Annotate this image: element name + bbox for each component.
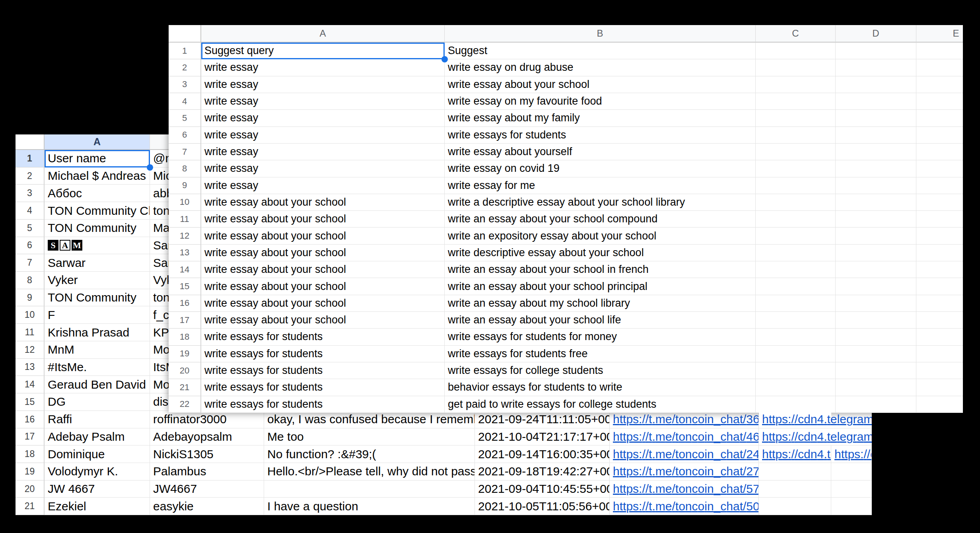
cell[interactable]: write essay	[201, 160, 445, 177]
cell[interactable]: SAM	[45, 237, 150, 255]
cell[interactable]: write essays for students	[201, 346, 445, 362]
cell[interactable]	[756, 93, 836, 110]
row-header[interactable]: 5	[16, 220, 45, 237]
cell[interactable]: write essay about your school	[201, 312, 445, 329]
row-header[interactable]: 13	[16, 359, 45, 376]
cell[interactable]	[836, 59, 916, 76]
cell[interactable]: write essay about your school	[201, 194, 445, 211]
cell[interactable]	[916, 295, 963, 312]
link-cell[interactable]: https://cdn4.telegram-	[759, 411, 831, 428]
cell[interactable]	[836, 43, 916, 59]
cell[interactable]: write essay on drug abuse	[445, 59, 756, 76]
cell[interactable]: write descriptive essay about your schoo…	[445, 245, 756, 261]
cell[interactable]	[836, 396, 916, 413]
cell[interactable]	[836, 278, 916, 295]
link-cell[interactable]: https://t.me/toncoin_chat/244	[610, 445, 759, 463]
cell[interactable]	[756, 194, 836, 211]
row-header[interactable]: 11	[169, 211, 201, 228]
cell[interactable]: Аббос	[45, 185, 150, 202]
cell[interactable]	[756, 59, 836, 76]
row-header[interactable]: 20	[16, 480, 45, 498]
cell[interactable]	[916, 396, 963, 413]
cell[interactable]: DG	[45, 393, 150, 411]
cell[interactable]	[916, 194, 963, 211]
column-header-2[interactable]: B	[445, 25, 756, 43]
cell[interactable]: 2021-10-05T11:05:56+00:00	[475, 498, 610, 515]
cell[interactable]	[836, 295, 916, 312]
cell[interactable]: TON Community	[45, 289, 150, 307]
row-header[interactable]: 21	[169, 379, 201, 396]
row-header[interactable]: 21	[16, 498, 45, 515]
cell[interactable]: write essay	[201, 110, 445, 126]
cell[interactable]	[916, 261, 963, 278]
link-cell[interactable]: https://cdn4.telegram-	[759, 428, 831, 446]
cell[interactable]: Adebay Psalm	[45, 428, 150, 446]
cell[interactable]: write an essay about your school compoun…	[445, 211, 756, 228]
cell[interactable]	[756, 295, 836, 312]
row-header[interactable]: 7	[16, 254, 45, 272]
cell[interactable]: write essay	[201, 93, 445, 110]
cell[interactable]	[836, 127, 916, 144]
cell[interactable]: write essay about your school	[201, 261, 445, 278]
cell[interactable]: 2021-09-14T16:00:35+00:00	[475, 445, 610, 463]
link-cell[interactable]	[759, 498, 831, 515]
cell[interactable]: Vyker	[45, 272, 150, 289]
row-header[interactable]: 4	[16, 202, 45, 220]
cell[interactable]: Raffi	[45, 411, 150, 428]
cell[interactable]	[836, 194, 916, 211]
cell[interactable]	[836, 245, 916, 261]
cell[interactable]: write essay about your school	[445, 76, 756, 93]
cell[interactable]	[916, 177, 963, 194]
cell[interactable]	[916, 278, 963, 295]
row-header[interactable]: 16	[169, 295, 201, 312]
cell[interactable]: write essay	[201, 127, 445, 144]
cell[interactable]: write an essay about your school life	[445, 312, 756, 329]
row-header[interactable]: 1	[16, 150, 45, 167]
cell[interactable]: 2021-09-04T10:45:55+00:00	[475, 480, 610, 498]
link-cell[interactable]: https://c	[831, 445, 872, 463]
cell[interactable]	[836, 228, 916, 244]
row-header[interactable]: 12	[16, 341, 45, 359]
cell[interactable]	[756, 211, 836, 228]
cell[interactable]	[756, 144, 836, 160]
cell[interactable]	[916, 144, 963, 160]
select-all-corner[interactable]	[16, 134, 45, 150]
cell[interactable]: Suggest	[445, 43, 756, 59]
row-header[interactable]: 2	[169, 59, 201, 76]
cell[interactable]: write essays for students	[201, 329, 445, 345]
cell[interactable]	[916, 379, 963, 396]
cell[interactable]	[836, 379, 916, 396]
row-header[interactable]: 16	[16, 411, 45, 428]
cell[interactable]	[836, 160, 916, 177]
link-cell[interactable]: https://t.me/toncoin_chat/506	[610, 498, 759, 515]
row-header[interactable]: 6	[169, 127, 201, 144]
cell[interactable]: write essay	[201, 59, 445, 76]
cell[interactable]	[916, 110, 963, 126]
link-cell[interactable]: https://t.me/toncoin_chat/361	[610, 411, 759, 428]
link-cell[interactable]	[759, 480, 831, 498]
row-header[interactable]: 3	[16, 185, 45, 202]
cell[interactable]: write essay on covid 19	[445, 160, 756, 177]
cell[interactable]: write essay about my family	[445, 110, 756, 126]
cell[interactable]	[756, 228, 836, 244]
row-header[interactable]: 20	[169, 362, 201, 379]
row-header[interactable]: 12	[169, 228, 201, 244]
row-header[interactable]: 17	[169, 312, 201, 329]
row-header[interactable]: 18	[169, 329, 201, 345]
row-header[interactable]: 18	[16, 445, 45, 463]
cell[interactable]	[916, 160, 963, 177]
cell[interactable]	[756, 177, 836, 194]
cell[interactable]: write essays for students free	[445, 346, 756, 362]
cell[interactable]: Ezekiel	[45, 498, 150, 515]
cell[interactable]	[836, 93, 916, 110]
link-cell[interactable]: https://cdn4.te	[759, 445, 831, 463]
row-header[interactable]: 1	[169, 43, 201, 59]
link-cell[interactable]	[831, 480, 872, 498]
row-header[interactable]: 4	[169, 93, 201, 110]
cell[interactable]: write essays for students	[201, 379, 445, 396]
cell[interactable]: Michael $ Andreas	[45, 167, 150, 185]
cell[interactable]: write essay about your school	[201, 228, 445, 244]
row-header[interactable]: 15	[169, 278, 201, 295]
cell[interactable]: Suggest query	[201, 43, 445, 59]
row-header[interactable]: 9	[169, 177, 201, 194]
